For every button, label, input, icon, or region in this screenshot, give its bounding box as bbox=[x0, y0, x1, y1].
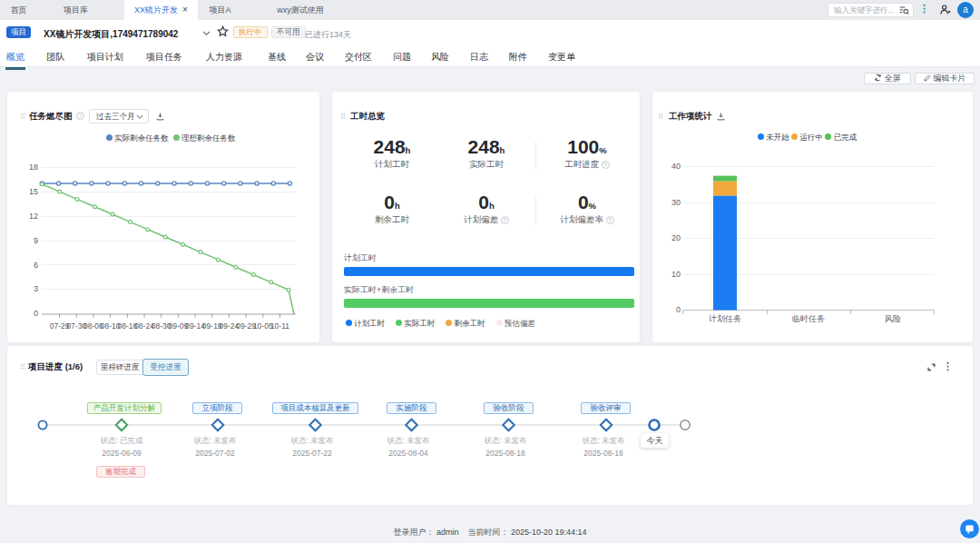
svg-text:40: 40 bbox=[671, 162, 681, 171]
svg-text:0: 0 bbox=[34, 309, 38, 318]
svg-text:10-11: 10-11 bbox=[270, 321, 289, 331]
svg-text:10: 10 bbox=[671, 270, 681, 279]
svg-text:18: 18 bbox=[29, 163, 38, 172]
svg-text:15: 15 bbox=[29, 187, 38, 196]
svg-text:9: 9 bbox=[34, 236, 38, 245]
svg-text:6: 6 bbox=[34, 261, 38, 270]
svg-text:0: 0 bbox=[676, 305, 681, 314]
svg-text:风险: 风险 bbox=[885, 314, 901, 323]
svg-text:临时任务: 临时任务 bbox=[792, 314, 825, 323]
svg-text:计划任务: 计划任务 bbox=[708, 314, 741, 323]
svg-text:12: 12 bbox=[29, 212, 38, 221]
svg-text:30: 30 bbox=[671, 198, 681, 207]
svg-text:3: 3 bbox=[34, 284, 38, 293]
svg-text:20: 20 bbox=[671, 233, 681, 242]
